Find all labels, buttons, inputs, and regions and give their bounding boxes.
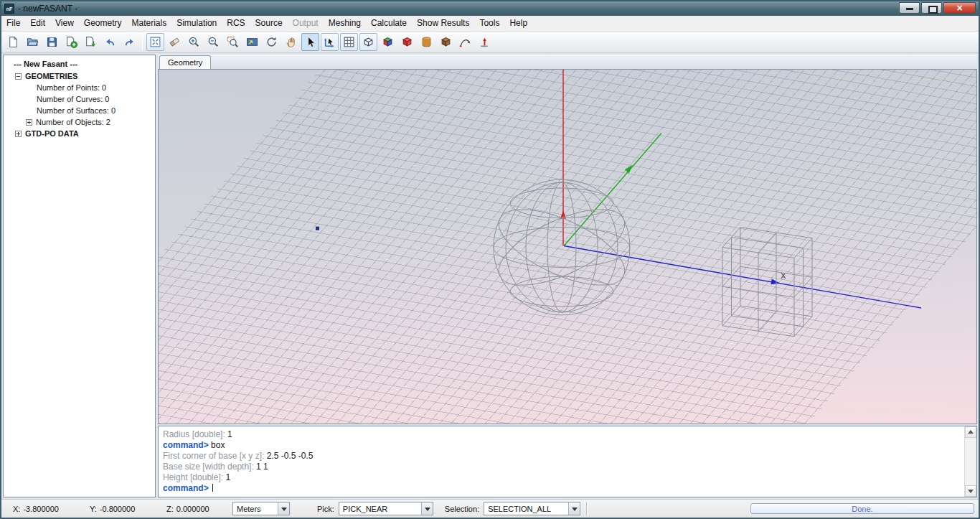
tree-item-number-of-surfaces[interactable]: Number of Surfaces: 0 <box>4 105 155 116</box>
close-button[interactable] <box>943 2 976 14</box>
console-line: Height [double]: 1 <box>163 472 960 483</box>
console-line: First corner of base [x y z]: 2.5 -0.5 -… <box>163 451 960 462</box>
units-dropdown[interactable]: Meters <box>232 502 290 515</box>
cylinder-icon <box>420 36 433 48</box>
select-cursor-button[interactable] <box>301 33 319 51</box>
menu-item-geometry[interactable]: Geometry <box>79 16 127 31</box>
undo-button[interactable] <box>101 33 119 51</box>
tree-root-label: --- New Fasant --- <box>4 58 155 70</box>
menu-item-help[interactable]: Help <box>504 16 532 31</box>
collapse-expander-icon[interactable] <box>15 73 22 80</box>
selection-label: Selection: <box>445 505 479 513</box>
new-item-button[interactable] <box>62 33 80 51</box>
curve-tool-button[interactable] <box>456 33 474 51</box>
import-item-button[interactable] <box>82 33 100 51</box>
project-tree-panel: --- New Fasant --- GEOMETRIES Number of … <box>3 55 156 497</box>
menu-item-tools[interactable]: Tools <box>474 16 504 31</box>
tree-item-geometries[interactable]: GEOMETRIES <box>4 70 155 82</box>
wireframe-box[interactable] <box>722 228 812 337</box>
text-caret <box>212 484 213 492</box>
select-axis-button[interactable] <box>321 33 339 51</box>
save-button[interactable] <box>43 33 61 51</box>
scroll-down-arrow-icon[interactable] <box>965 485 976 497</box>
menu-item-file[interactable]: File <box>1 16 25 31</box>
main-area: Geometry <box>158 55 977 497</box>
restore-button[interactable] <box>921 2 942 14</box>
expand-expander-icon[interactable] <box>15 131 22 137</box>
fit-view-button[interactable] <box>146 33 164 51</box>
new-file-icon <box>7 36 19 48</box>
tree-item-gtd-po-data[interactable]: GTD-PO DATA <box>4 128 155 139</box>
menu-item-simulation[interactable]: Simulation <box>171 16 222 31</box>
menu-item-show-results[interactable]: Show Results <box>412 16 474 31</box>
new-item-icon <box>65 36 77 48</box>
rotate-view-button[interactable] <box>263 33 281 51</box>
tab-bar: Geometry <box>158 55 977 69</box>
save-icon <box>46 36 58 48</box>
menu-bar: File Edit View Geometry Materials Simula… <box>1 16 979 32</box>
tree-item-number-of-curves[interactable]: Number of Curves: 0 <box>4 93 155 105</box>
menu-item-materials[interactable]: Materials <box>127 16 172 31</box>
tab-geometry[interactable]: Geometry <box>159 55 211 69</box>
solid-view-button[interactable] <box>398 33 416 51</box>
menu-item-edit[interactable]: Edit <box>25 16 50 31</box>
toolbar <box>1 32 979 53</box>
pan-hand-icon <box>285 36 297 48</box>
z-coordinate-readout: Z:0.000000 <box>166 505 232 513</box>
menu-item-meshing[interactable]: Meshing <box>324 16 366 31</box>
console-line: command> box <box>163 440 960 451</box>
cylinder-view-button[interactable] <box>418 33 435 51</box>
y-coordinate-readout: Y:-0.800000 <box>90 505 166 513</box>
zoom-previous-icon <box>246 36 258 48</box>
tree-item-number-of-points[interactable]: Number of Points: 0 <box>4 82 155 93</box>
console-prompt-line: command> <box>163 483 960 494</box>
scene-canvas[interactable]: X <box>159 70 976 424</box>
normal-vector-button[interactable] <box>476 33 494 51</box>
menu-item-calculate[interactable]: Calculate <box>366 16 412 31</box>
zoom-window-button[interactable] <box>224 33 242 51</box>
brown-cube-icon <box>440 36 452 48</box>
zoom-in-button[interactable] <box>185 33 203 51</box>
command-console: Radius [double]: 1 command> box First co… <box>158 426 977 497</box>
toolbar-separator <box>142 34 143 50</box>
zoom-previous-button[interactable] <box>243 33 261 51</box>
grid-snap-button[interactable] <box>340 33 358 51</box>
open-folder-button[interactable] <box>24 33 42 51</box>
title-bar[interactable]: nF - newFASANT - <box>1 1 979 16</box>
menu-item-view[interactable]: View <box>50 16 79 31</box>
statusbar-separator <box>586 502 588 515</box>
viewport-3d[interactable]: X <box>158 69 977 424</box>
fit-view-icon <box>149 36 161 48</box>
new-file-button[interactable] <box>4 33 22 51</box>
console-scrollbar[interactable] <box>964 426 976 497</box>
menu-item-output: Output <box>288 16 324 31</box>
solid-brown-view-button[interactable] <box>437 33 455 51</box>
dropdown-arrow-icon[interactable] <box>278 502 289 515</box>
console-log[interactable]: Radius [double]: 1 command> box First co… <box>159 426 964 497</box>
pick-dropdown[interactable]: PICK_NEAR <box>339 502 433 515</box>
menu-item-source[interactable]: Source <box>250 16 288 31</box>
dropdown-arrow-icon[interactable] <box>568 502 580 515</box>
shaded-view-button[interactable] <box>379 33 397 51</box>
selection-dropdown[interactable]: SELECTION_ALL <box>484 502 580 515</box>
menu-item-rcs[interactable]: RCS <box>222 16 250 31</box>
scroll-up-arrow-icon[interactable] <box>965 426 976 438</box>
wireframe-view-button[interactable] <box>359 33 377 51</box>
wireframe-cube-icon <box>362 36 374 48</box>
dropdown-arrow-icon[interactable] <box>421 502 433 515</box>
grid-icon <box>343 36 355 48</box>
red-cube-icon <box>401 36 413 48</box>
minimize-button[interactable] <box>899 2 920 14</box>
redo-button[interactable] <box>121 33 138 51</box>
eraser-button[interactable] <box>166 33 184 51</box>
curve-arc-icon <box>459 36 471 48</box>
select-axis-icon <box>324 36 336 48</box>
tree-item-number-of-objects[interactable]: Number of Objects: 2 <box>4 116 155 128</box>
rotate-view-icon <box>265 36 278 48</box>
pan-view-button[interactable] <box>282 33 300 51</box>
wireframe-sphere[interactable] <box>489 179 635 315</box>
expand-expander-icon[interactable] <box>26 119 32 126</box>
zoom-out-button[interactable] <box>204 33 222 51</box>
import-item-icon <box>85 36 97 48</box>
console-line: Base size [width depth]: 1 1 <box>163 462 960 472</box>
